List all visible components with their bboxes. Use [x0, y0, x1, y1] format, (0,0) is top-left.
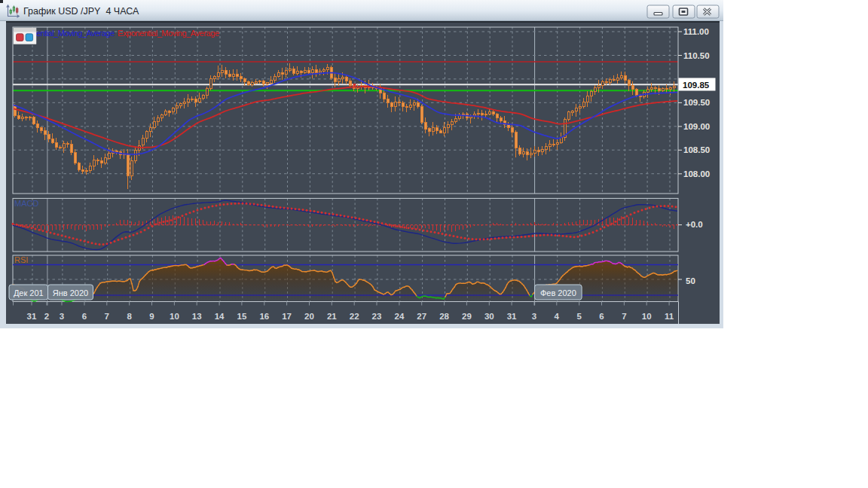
svg-text:14: 14: [215, 312, 225, 321]
svg-text:10: 10: [170, 312, 179, 321]
svg-text:29: 29: [462, 312, 472, 321]
svg-text:27: 27: [417, 312, 426, 321]
svg-text:8: 8: [127, 312, 132, 321]
svg-text:10: 10: [642, 312, 652, 321]
svg-text:111.00: 111.00: [683, 27, 709, 36]
svg-text:108.00: 108.00: [683, 169, 710, 178]
svg-text:11: 11: [665, 312, 674, 321]
svg-text:22: 22: [350, 312, 359, 321]
svg-text:17: 17: [282, 312, 292, 321]
svg-text:График USD /JPY 4 ЧАСА: График USD /JPY 4 ЧАСА: [23, 6, 139, 17]
svg-text:+0.0: +0.0: [686, 220, 703, 229]
svg-text:9: 9: [149, 312, 154, 321]
svg-text:Дек 201: Дек 201: [14, 288, 44, 297]
svg-text:3: 3: [532, 312, 536, 321]
svg-text:50: 50: [686, 276, 695, 285]
svg-text:Янв 2020: Янв 2020: [53, 288, 88, 297]
svg-text:2: 2: [44, 312, 49, 321]
svg-text:RSI: RSI: [14, 255, 28, 264]
svg-text:31: 31: [507, 312, 517, 321]
svg-text:16: 16: [259, 312, 269, 321]
svg-text:Фев 2020: Фев 2020: [540, 288, 576, 297]
svg-text:20: 20: [304, 312, 314, 321]
svg-text:23: 23: [372, 312, 382, 321]
svg-text:30: 30: [484, 312, 494, 321]
svg-text:7: 7: [622, 312, 626, 321]
svg-text:6: 6: [82, 312, 87, 321]
svg-text:110.50: 110.50: [683, 51, 710, 60]
svg-text:109.85: 109.85: [683, 81, 710, 90]
svg-text:109.50: 109.50: [683, 98, 710, 107]
svg-text:ential_Moving_Average: ential_Moving_Average: [36, 29, 115, 38]
svg-text:13: 13: [192, 312, 202, 321]
svg-text:31: 31: [27, 312, 37, 321]
svg-text:6: 6: [599, 312, 604, 321]
svg-text:24: 24: [395, 312, 405, 321]
svg-text:108.50: 108.50: [683, 145, 710, 154]
svg-text:3: 3: [60, 312, 64, 321]
svg-text:4: 4: [555, 312, 560, 321]
svg-text:Exponential_Moving_Average: Exponential_Moving_Average: [118, 29, 219, 38]
svg-text:5: 5: [576, 312, 582, 321]
svg-text:MACD: MACD: [14, 199, 38, 208]
svg-text:28: 28: [439, 312, 449, 321]
svg-text:7: 7: [105, 312, 109, 321]
svg-text:109.00: 109.00: [683, 122, 710, 131]
svg-text:21: 21: [327, 312, 337, 321]
svg-text:15: 15: [237, 312, 247, 321]
